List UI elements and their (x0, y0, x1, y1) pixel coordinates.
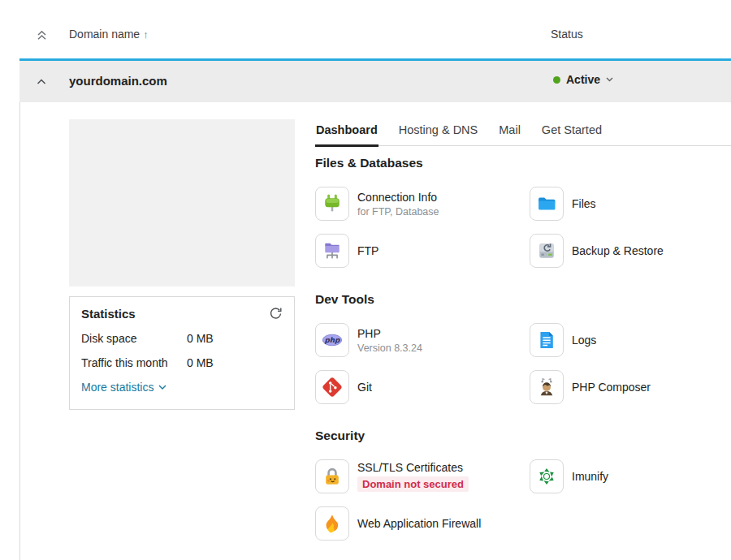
tab-bar: Dashboard Hosting & DNS Mail Get Started (315, 123, 731, 146)
item-label: Git (357, 381, 372, 394)
status-column-header: Status (551, 28, 583, 41)
item-ssl-tls-certificates[interactable]: SSL/TLS Certificates Domain not secured (315, 459, 530, 493)
git-icon (315, 370, 349, 404)
item-php[interactable]: php PHP Version 8.3.24 (315, 323, 530, 357)
section-title-dev-tools: Dev Tools (315, 292, 374, 307)
item-label: PHP Composer (572, 381, 651, 394)
item-label: Logs (572, 334, 596, 347)
stat-label: Traffic this month (81, 356, 187, 369)
item-label: PHP (357, 327, 422, 340)
item-php-composer[interactable]: PHP Composer (530, 370, 731, 404)
item-connection-info[interactable]: Connection Info for FTP, Database (315, 187, 530, 221)
security-grid: SSL/TLS Certificates Domain not secured (315, 459, 731, 541)
item-label: Connection Info (357, 191, 439, 204)
item-files[interactable]: Files (530, 187, 731, 221)
backup-drive-icon (530, 234, 564, 268)
section-title-security: Security (315, 429, 365, 443)
item-logs[interactable]: Logs (530, 323, 731, 357)
item-sublabel: Version 8.3.24 (357, 342, 422, 354)
domain-card: Statistics Disk space 0 MB Traffic this … (19, 102, 731, 560)
item-sublabel: for FTP, Database (357, 206, 439, 218)
item-label: Imunify (572, 470, 608, 483)
item-web-application-firewall[interactable]: Web Application Firewall (315, 506, 530, 541)
folder-icon (530, 187, 564, 221)
more-statistics-link[interactable]: More statistics (81, 381, 283, 394)
stat-value: 0 MB (187, 332, 283, 345)
item-imunify[interactable]: Imunify (530, 459, 731, 493)
stat-label: Disk space (81, 332, 187, 345)
statistics-title: Statistics (81, 307, 136, 321)
files-databases-grid: Connection Info for FTP, Database Files (315, 187, 731, 268)
tab-hosting-dns[interactable]: Hosting & DNS (398, 123, 479, 147)
domain-name[interactable]: yourdomain.com (69, 74, 167, 88)
collapse-all-icon[interactable] (36, 29, 48, 41)
tab-mail[interactable]: Mail (498, 123, 521, 147)
logs-document-icon (530, 323, 564, 357)
item-label: Files (572, 197, 596, 210)
item-git[interactable]: Git (315, 370, 530, 404)
domain-row[interactable]: yourdomain.com Active (19, 61, 731, 102)
dev-tools-grid: php PHP Version 8.3.24 (315, 323, 731, 404)
refresh-icon[interactable] (269, 307, 283, 321)
item-label: Web Application Firewall (357, 517, 481, 530)
plesk-domain-dashboard: Domain name↑ Status yourdomain.com Activ… (0, 0, 731, 560)
imunify-icon (530, 459, 564, 493)
sort-ascending-icon: ↑ (143, 28, 149, 41)
more-statistics-label: More statistics (81, 381, 154, 394)
statistics-panel: Statistics Disk space 0 MB Traffic this … (69, 296, 295, 410)
firewall-flame-icon (315, 506, 349, 541)
status-chevron-down-icon (606, 77, 613, 82)
domain-name-column-header[interactable]: Domain name↑ (69, 28, 149, 41)
stat-value: 0 MB (187, 356, 283, 369)
stat-row-traffic: Traffic this month 0 MB (81, 356, 283, 369)
item-label: SSL/TLS Certificates (357, 461, 469, 474)
item-ftp[interactable]: FTP (315, 234, 530, 268)
plug-icon (315, 187, 349, 221)
tab-dashboard[interactable]: Dashboard (315, 123, 378, 147)
more-statistics-chevron-icon (158, 385, 167, 390)
row-chevron-up-icon[interactable] (36, 76, 47, 88)
item-label: FTP (357, 244, 378, 257)
item-backup-restore[interactable]: Backup & Restore (530, 234, 731, 268)
tab-get-started[interactable]: Get Started (541, 123, 603, 147)
ssl-padlock-icon (315, 459, 349, 493)
stat-row-disk-space: Disk space 0 MB (81, 332, 283, 345)
domain-not-secured-badge: Domain not secured (357, 476, 469, 492)
status-label: Active (566, 73, 600, 86)
composer-icon (530, 370, 564, 404)
site-preview-placeholder (69, 119, 295, 286)
section-title-files-databases: Files & Databases (315, 156, 423, 170)
domain-name-column-label: Domain name (69, 28, 140, 41)
svg-text:php: php (325, 336, 340, 344)
item-label: Backup & Restore (572, 244, 664, 257)
ftp-folder-icon (315, 234, 349, 268)
status-badge[interactable]: Active (553, 73, 613, 86)
active-status-dot-icon (553, 76, 560, 84)
php-icon: php (315, 323, 349, 357)
domain-list-header: Domain name↑ Status (0, 24, 731, 47)
